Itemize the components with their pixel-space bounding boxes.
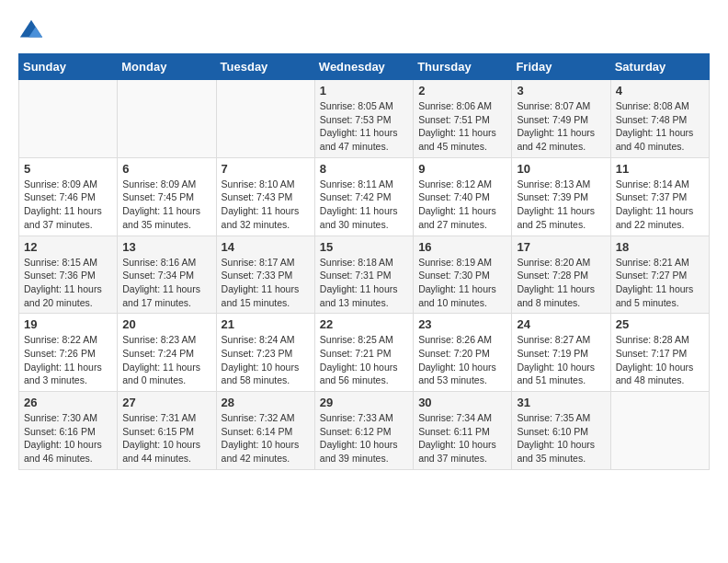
calendar-cell: 19Sunrise: 8:22 AM Sunset: 7:26 PM Dayli…	[19, 314, 118, 392]
calendar-week-row: 5Sunrise: 8:09 AM Sunset: 7:46 PM Daylig…	[19, 157, 710, 236]
day-info: Sunrise: 8:25 AM Sunset: 7:21 PM Dayligh…	[320, 333, 408, 387]
calendar-cell: 1Sunrise: 8:05 AM Sunset: 7:53 PM Daylig…	[314, 80, 413, 158]
calendar-cell: 17Sunrise: 8:20 AM Sunset: 7:28 PM Dayli…	[512, 236, 610, 314]
day-info: Sunrise: 8:08 AM Sunset: 7:48 PM Dayligh…	[616, 99, 704, 154]
day-number: 28	[222, 396, 310, 409]
calendar-cell: 28Sunrise: 7:32 AM Sunset: 6:14 PM Dayli…	[216, 392, 314, 470]
calendar-cell: 14Sunrise: 8:17 AM Sunset: 7:33 PM Dayli…	[216, 236, 314, 314]
day-number: 31	[517, 396, 605, 409]
calendar-cell	[19, 80, 118, 158]
day-number: 3	[517, 84, 605, 98]
calendar-cell	[118, 80, 216, 158]
day-info: Sunrise: 8:12 AM Sunset: 7:40 PM Dayligh…	[418, 178, 506, 232]
day-info: Sunrise: 8:16 AM Sunset: 7:34 PM Dayligh…	[122, 256, 210, 310]
day-number: 1	[320, 84, 408, 98]
day-info: Sunrise: 7:32 AM Sunset: 6:14 PM Dayligh…	[222, 411, 310, 465]
day-info: Sunrise: 7:35 AM Sunset: 6:10 PM Dayligh…	[517, 411, 605, 465]
day-number: 15	[320, 240, 408, 254]
day-number: 18	[616, 240, 704, 254]
day-info: Sunrise: 8:22 AM Sunset: 7:26 PM Dayligh…	[24, 333, 112, 387]
day-number: 12	[24, 240, 112, 254]
day-number: 26	[24, 396, 112, 409]
day-info: Sunrise: 8:28 AM Sunset: 7:17 PM Dayligh…	[616, 333, 704, 387]
day-number: 14	[222, 240, 310, 254]
calendar-cell: 31Sunrise: 7:35 AM Sunset: 6:10 PM Dayli…	[512, 392, 610, 470]
calendar-cell: 6Sunrise: 8:09 AM Sunset: 7:45 PM Daylig…	[118, 157, 216, 236]
day-info: Sunrise: 8:07 AM Sunset: 7:49 PM Dayligh…	[517, 99, 605, 154]
calendar-cell: 29Sunrise: 7:33 AM Sunset: 6:12 PM Dayli…	[314, 392, 413, 470]
calendar-cell: 11Sunrise: 8:14 AM Sunset: 7:37 PM Dayli…	[610, 157, 709, 236]
calendar-cell: 16Sunrise: 8:19 AM Sunset: 7:30 PM Dayli…	[414, 236, 512, 314]
day-info: Sunrise: 8:24 AM Sunset: 7:23 PM Dayligh…	[222, 333, 310, 387]
day-number: 11	[616, 162, 704, 176]
day-info: Sunrise: 8:20 AM Sunset: 7:28 PM Dayligh…	[517, 256, 605, 310]
day-info: Sunrise: 7:30 AM Sunset: 6:16 PM Dayligh…	[24, 411, 112, 465]
day-number: 27	[122, 396, 210, 409]
logo-icon	[18, 18, 44, 44]
calendar-cell: 23Sunrise: 8:26 AM Sunset: 7:20 PM Dayli…	[414, 314, 512, 392]
page-header	[18, 18, 710, 44]
calendar-cell: 22Sunrise: 8:25 AM Sunset: 7:21 PM Dayli…	[314, 314, 413, 392]
day-header-wednesday: Wednesday	[314, 54, 413, 80]
day-info: Sunrise: 8:15 AM Sunset: 7:36 PM Dayligh…	[24, 256, 112, 310]
calendar-cell: 7Sunrise: 8:10 AM Sunset: 7:43 PM Daylig…	[216, 157, 314, 236]
day-number: 13	[122, 240, 210, 254]
day-info: Sunrise: 7:34 AM Sunset: 6:11 PM Dayligh…	[418, 411, 506, 465]
calendar-week-row: 1Sunrise: 8:05 AM Sunset: 7:53 PM Daylig…	[19, 80, 710, 158]
day-number: 20	[122, 317, 210, 331]
calendar-cell: 18Sunrise: 8:21 AM Sunset: 7:27 PM Dayli…	[610, 236, 709, 314]
calendar-cell: 25Sunrise: 8:28 AM Sunset: 7:17 PM Dayli…	[610, 314, 709, 392]
day-info: Sunrise: 8:14 AM Sunset: 7:37 PM Dayligh…	[616, 178, 704, 232]
day-number: 5	[24, 162, 112, 176]
day-info: Sunrise: 8:27 AM Sunset: 7:19 PM Dayligh…	[517, 333, 605, 387]
day-info: Sunrise: 7:33 AM Sunset: 6:12 PM Dayligh…	[320, 411, 408, 465]
day-header-sunday: Sunday	[19, 54, 118, 80]
calendar-cell	[216, 80, 314, 158]
calendar-cell: 27Sunrise: 7:31 AM Sunset: 6:15 PM Dayli…	[118, 392, 216, 470]
day-header-saturday: Saturday	[610, 54, 709, 80]
calendar-cell: 20Sunrise: 8:23 AM Sunset: 7:24 PM Dayli…	[118, 314, 216, 392]
day-info: Sunrise: 8:17 AM Sunset: 7:33 PM Dayligh…	[222, 256, 310, 310]
day-header-monday: Monday	[118, 54, 216, 80]
calendar-cell: 2Sunrise: 8:06 AM Sunset: 7:51 PM Daylig…	[414, 80, 512, 158]
day-info: Sunrise: 8:21 AM Sunset: 7:27 PM Dayligh…	[616, 256, 704, 310]
day-info: Sunrise: 8:09 AM Sunset: 7:45 PM Dayligh…	[122, 178, 210, 232]
day-number: 7	[222, 162, 310, 176]
day-info: Sunrise: 8:26 AM Sunset: 7:20 PM Dayligh…	[418, 333, 506, 387]
day-number: 22	[320, 317, 408, 331]
day-info: Sunrise: 7:31 AM Sunset: 6:15 PM Dayligh…	[122, 411, 210, 465]
day-number: 24	[517, 317, 605, 331]
calendar-cell: 26Sunrise: 7:30 AM Sunset: 6:16 PM Dayli…	[19, 392, 118, 470]
day-info: Sunrise: 8:11 AM Sunset: 7:42 PM Dayligh…	[320, 178, 408, 232]
calendar-cell: 24Sunrise: 8:27 AM Sunset: 7:19 PM Dayli…	[512, 314, 610, 392]
day-number: 10	[517, 162, 605, 176]
day-info: Sunrise: 8:09 AM Sunset: 7:46 PM Dayligh…	[24, 178, 112, 232]
calendar-cell: 5Sunrise: 8:09 AM Sunset: 7:46 PM Daylig…	[19, 157, 118, 236]
day-info: Sunrise: 8:13 AM Sunset: 7:39 PM Dayligh…	[517, 178, 605, 232]
calendar-week-row: 26Sunrise: 7:30 AM Sunset: 6:16 PM Dayli…	[19, 392, 710, 470]
calendar-header-row: SundayMondayTuesdayWednesdayThursdayFrid…	[19, 54, 710, 80]
day-number: 16	[418, 240, 506, 254]
day-number: 6	[122, 162, 210, 176]
day-number: 29	[320, 396, 408, 409]
day-info: Sunrise: 8:19 AM Sunset: 7:30 PM Dayligh…	[418, 256, 506, 310]
day-number: 25	[616, 317, 704, 331]
day-number: 17	[517, 240, 605, 254]
calendar-cell: 9Sunrise: 8:12 AM Sunset: 7:40 PM Daylig…	[414, 157, 512, 236]
day-number: 2	[418, 84, 506, 98]
calendar-week-row: 12Sunrise: 8:15 AM Sunset: 7:36 PM Dayli…	[19, 236, 710, 314]
day-number: 19	[24, 317, 112, 331]
calendar-table: SundayMondayTuesdayWednesdayThursdayFrid…	[18, 53, 710, 470]
day-info: Sunrise: 8:06 AM Sunset: 7:51 PM Dayligh…	[418, 99, 506, 154]
day-number: 21	[222, 317, 310, 331]
day-number: 8	[320, 162, 408, 176]
day-number: 9	[418, 162, 506, 176]
calendar-cell: 21Sunrise: 8:24 AM Sunset: 7:23 PM Dayli…	[216, 314, 314, 392]
day-number: 4	[616, 84, 704, 98]
calendar-cell: 13Sunrise: 8:16 AM Sunset: 7:34 PM Dayli…	[118, 236, 216, 314]
day-header-friday: Friday	[512, 54, 610, 80]
logo	[18, 18, 48, 44]
calendar-cell: 12Sunrise: 8:15 AM Sunset: 7:36 PM Dayli…	[19, 236, 118, 314]
day-header-tuesday: Tuesday	[216, 54, 314, 80]
day-number: 30	[418, 396, 506, 409]
